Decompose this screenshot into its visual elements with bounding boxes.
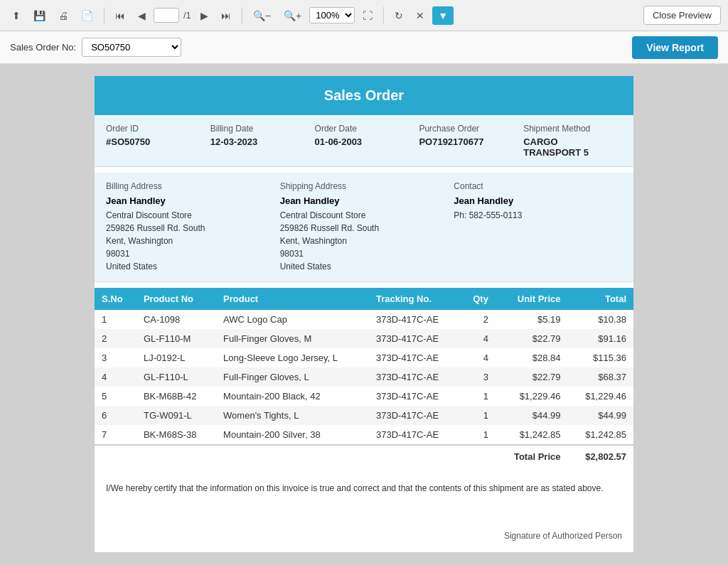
- cell-sno: 6: [95, 406, 136, 425]
- cell-unit-price: $22.79: [496, 329, 568, 348]
- cell-total: $68.37: [567, 367, 633, 387]
- cell-total: $1,229.46: [567, 387, 633, 406]
- table-row: 2 GL-F110-M Full-Finger Gloves, M 373D-4…: [95, 329, 633, 348]
- close-btn[interactable]: ✕: [411, 6, 429, 25]
- main-content: Sales Order Order ID #SO50750 Billing Da…: [0, 64, 728, 565]
- cell-unit-price: $44.99: [496, 406, 568, 425]
- contact-name: Jean Handley: [454, 195, 616, 206]
- billing-date-cell: Billing Date 12-03-2023: [205, 124, 309, 158]
- cell-product-no: TG-W091-L: [136, 406, 216, 425]
- view-report-button[interactable]: View Report: [632, 36, 718, 59]
- cell-product: Full-Finger Gloves, L: [216, 367, 369, 387]
- purchase-order-label: Purchase Order: [419, 124, 512, 134]
- sales-order-label: Sales Order No:: [10, 42, 76, 53]
- next-page-btn[interactable]: ▶: [196, 6, 213, 25]
- cell-tracking: 373D-417C-AE: [369, 406, 460, 425]
- billing-address-col: Billing Address Jean Handley Central Dis…: [106, 181, 274, 273]
- cell-product-no: GL-F110-L: [136, 367, 216, 387]
- total-row: Total Price $2,802.57: [95, 445, 633, 468]
- col-tracking: Tracking No.: [369, 288, 460, 310]
- cell-qty: 1: [460, 387, 495, 406]
- table-row: 6 TG-W091-L Women's Tights, L 373D-417C-…: [95, 406, 633, 425]
- col-product: Product: [216, 288, 369, 310]
- contact-col: Contact Jean Handley Ph: 582-555-0113: [448, 181, 622, 273]
- close-preview-button[interactable]: Close Preview: [643, 6, 721, 25]
- cell-sno: 7: [95, 425, 136, 445]
- cell-total: $10.38: [567, 310, 633, 329]
- table-header-row: S.No Product No Product Tracking No. Qty…: [95, 288, 633, 310]
- contact-label: Contact: [454, 181, 616, 191]
- zoom-out-btn[interactable]: 🔍−: [248, 6, 276, 25]
- cell-tracking: 373D-417C-AE: [369, 348, 460, 367]
- cell-qty: 3: [460, 367, 495, 387]
- fit-page-btn[interactable]: ⛶: [358, 6, 378, 25]
- order-id-value: #SO50750: [106, 136, 199, 147]
- zoom-select[interactable]: 50% 75% 100% 125% 150% 200%: [309, 7, 355, 23]
- cell-product: AWC Logo Cap: [216, 310, 369, 329]
- cell-total: $91.16: [567, 329, 633, 348]
- table-row: 5 BK-M68B-42 Mountain-200 Black, 42 373D…: [95, 387, 633, 406]
- prev-page-btn[interactable]: ◀: [133, 6, 151, 25]
- contact-phone: Ph: 582-555-0113: [454, 209, 616, 222]
- cell-product: Mountain-200 Silver, 38: [216, 425, 369, 445]
- billing-date-label: Billing Date: [210, 124, 304, 134]
- upload-icon-btn[interactable]: ⬆: [7, 6, 26, 25]
- purchase-order-value: PO7192170677: [419, 136, 512, 147]
- cell-product-no: CA-1098: [136, 310, 216, 329]
- cell-product: Long-Sleeve Logo Jersey, L: [216, 348, 369, 367]
- cell-unit-price: $1,242.85: [496, 425, 568, 445]
- shipping-address-text: Central Discount Store 259826 Russell Rd…: [280, 209, 443, 273]
- address-section: Billing Address Jean Handley Central Dis…: [95, 173, 633, 282]
- zoom-in-btn[interactable]: 🔍+: [279, 6, 306, 25]
- cell-sno: 5: [95, 387, 136, 406]
- order-id-cell: Order ID #SO50750: [106, 124, 205, 158]
- cell-tracking: 373D-417C-AE: [369, 367, 460, 387]
- billing-address-label: Billing Address: [106, 181, 269, 191]
- cell-sno: 2: [95, 329, 136, 348]
- cell-qty: 1: [460, 425, 495, 445]
- toolbar: ⬆ 💾 🖨 📄 ⏮ ◀ 1 /1 ▶ ⏭ 🔍− 🔍+ 50% 75% 100% …: [0, 0, 728, 31]
- col-total: Total: [567, 288, 633, 310]
- shipment-method-cell: Shipment Method CARGO TRANSPORT 5: [518, 124, 622, 158]
- cell-sno: 1: [95, 310, 136, 329]
- filter-bar: Sales Order No: SO50750 View Report: [0, 31, 728, 64]
- cell-total: $44.99: [567, 406, 633, 425]
- cell-tracking: 373D-417C-AE: [369, 425, 460, 445]
- filter-btn[interactable]: ▼: [432, 6, 454, 25]
- export-icon-btn[interactable]: 📄: [76, 6, 98, 25]
- col-qty: Qty: [460, 288, 495, 310]
- footer-note: I/We hereby certify that the information…: [95, 468, 633, 502]
- sales-order-select[interactable]: SO50750: [82, 38, 181, 57]
- order-id-label: Order ID: [106, 124, 199, 134]
- cell-sno: 3: [95, 348, 136, 367]
- shipping-address-name: Jean Handley: [280, 195, 443, 206]
- cell-product: Mountain-200 Black, 42: [216, 387, 369, 406]
- last-page-btn[interactable]: ⏭: [216, 6, 236, 25]
- page-number-input[interactable]: 1: [154, 8, 179, 23]
- page-total: /1: [182, 10, 193, 21]
- cell-unit-price: $28.84: [496, 348, 568, 367]
- report-title: Sales Order: [95, 76, 633, 115]
- cell-total: $1,242.85: [567, 425, 633, 445]
- billing-address-name: Jean Handley: [106, 195, 269, 206]
- separator-3: [383, 7, 384, 24]
- cell-tracking: 373D-417C-AE: [369, 329, 460, 348]
- shipment-method-label: Shipment Method: [523, 124, 616, 134]
- items-table-section: S.No Product No Product Tracking No. Qty…: [95, 288, 633, 468]
- cell-qty: 1: [460, 406, 495, 425]
- order-date-value: 01-06-2003: [315, 136, 408, 147]
- report-document: Sales Order Order ID #SO50750 Billing Da…: [94, 75, 634, 553]
- cell-product: Women's Tights, L: [216, 406, 369, 425]
- order-info-section: Order ID #SO50750 Billing Date 12-03-202…: [95, 115, 633, 167]
- cell-unit-price: $1,229.46: [496, 387, 568, 406]
- first-page-btn[interactable]: ⏮: [110, 6, 130, 25]
- print-icon-btn[interactable]: 🖨: [53, 6, 73, 25]
- col-sno: S.No: [95, 288, 136, 310]
- save-icon-btn[interactable]: 💾: [28, 6, 50, 25]
- refresh-btn[interactable]: ↻: [390, 6, 408, 25]
- cell-product: Full-Finger Gloves, M: [216, 329, 369, 348]
- items-table: S.No Product No Product Tracking No. Qty…: [95, 288, 633, 468]
- shipment-method-value: CARGO TRANSPORT 5: [523, 136, 616, 158]
- cell-total: $115.36: [567, 348, 633, 367]
- billing-address-text: Central Discount Store 259826 Russell Rd…: [106, 209, 269, 273]
